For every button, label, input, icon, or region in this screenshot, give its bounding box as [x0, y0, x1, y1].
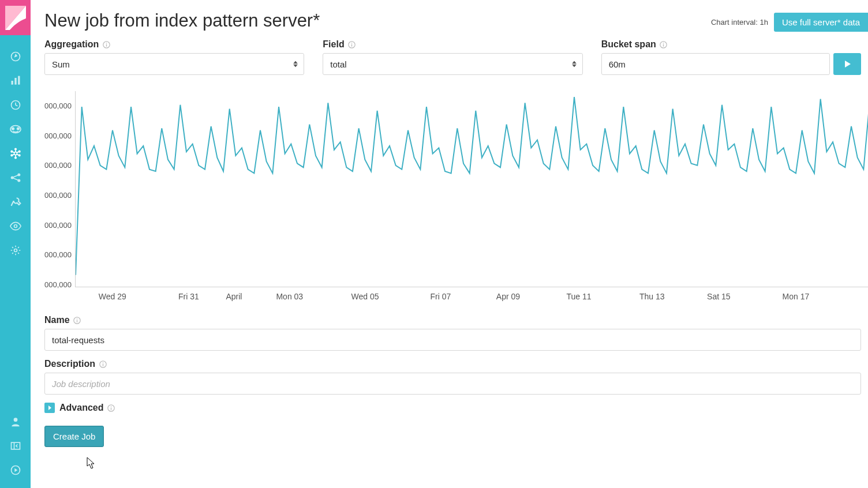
x-tick: Fri 07 [431, 292, 451, 301]
advanced-label: Advanced [59, 403, 115, 413]
selectors: Aggregation Sum Field tot [44, 39, 868, 75]
bucket-label: Bucket span [601, 39, 861, 50]
advanced-label-text: Advanced [59, 403, 103, 413]
name-input[interactable] [44, 329, 861, 351]
field-value: total [330, 59, 346, 69]
svg-rect-44 [351, 43, 352, 43]
nav-visualize-icon[interactable] [0, 69, 31, 93]
svg-rect-49 [663, 43, 664, 43]
description-input[interactable] [44, 373, 861, 395]
use-full-data-button[interactable]: Use full server* data [774, 13, 868, 32]
aggregation-value: Sum [52, 59, 70, 69]
aggregation-group: Aggregation Sum [44, 39, 304, 75]
svg-line-22 [12, 154, 14, 155]
x-tick: Thu 13 [639, 292, 665, 301]
advanced-row: Advanced [44, 403, 868, 413]
svg-marker-3 [14, 54, 17, 58]
svg-point-26 [18, 179, 20, 181]
svg-rect-59 [111, 407, 111, 410]
play-icon [843, 60, 851, 68]
svg-rect-39 [106, 43, 107, 43]
y-tick: 000,000 [44, 220, 72, 229]
info-icon[interactable] [660, 40, 668, 48]
bucket-group: Bucket span 60m [601, 39, 861, 75]
svg-rect-6 [18, 76, 20, 85]
svg-marker-41 [293, 65, 298, 67]
main: Chart interval: 1h Use full server* data… [31, 0, 868, 488]
x-tick: Mon 03 [276, 292, 303, 301]
bottom-icons [0, 410, 31, 488]
svg-marker-45 [572, 61, 577, 64]
select-caret-icon [293, 61, 298, 67]
nav-graph-icon[interactable] [0, 166, 31, 190]
svg-point-25 [18, 174, 20, 175]
y-tick: 000,000 [44, 191, 72, 200]
info-icon[interactable] [99, 360, 107, 368]
info-icon[interactable] [107, 404, 115, 412]
svg-line-20 [17, 154, 19, 155]
name-label: Name [44, 315, 861, 325]
nav-collapse-icon[interactable] [0, 434, 31, 458]
x-tick: Sat 15 [707, 292, 730, 301]
nav-discover-icon[interactable] [0, 44, 31, 69]
info-icon[interactable] [348, 40, 356, 48]
description-row: Description [44, 359, 868, 395]
svg-marker-40 [293, 61, 298, 64]
x-tick: April [226, 292, 242, 301]
chevron-right-icon [47, 406, 52, 410]
y-tick: 000,000 [44, 161, 72, 170]
bucket-input[interactable]: 60m [601, 53, 830, 75]
svg-rect-5 [14, 78, 16, 85]
nav-ml-icon[interactable] [0, 141, 31, 166]
chart: 000,000000,000000,000000,000000,000000,0… [44, 91, 868, 305]
svg-line-29 [11, 201, 13, 205]
run-button[interactable] [833, 53, 861, 75]
svg-point-9 [12, 127, 14, 130]
field-label-text: Field [323, 39, 344, 50]
nav-devtools-icon[interactable] [0, 190, 31, 214]
svg-point-10 [17, 127, 19, 130]
info-icon[interactable] [102, 40, 110, 48]
svg-point-24 [11, 177, 13, 178]
advanced-toggle[interactable] [44, 403, 55, 413]
info-icon[interactable] [73, 316, 81, 324]
nav-play-icon[interactable] [0, 458, 31, 482]
topbar: Chart interval: 1h Use full server* data [711, 13, 868, 32]
nav-timelion-icon[interactable] [0, 93, 31, 117]
nav-management-icon[interactable] [0, 238, 31, 262]
name-label-text: Name [44, 315, 70, 325]
select-caret-icon [572, 61, 577, 67]
svg-line-19 [17, 152, 19, 153]
nav-icons [0, 35, 31, 262]
bucket-value: 60m [609, 59, 626, 69]
nav-account-icon[interactable] [0, 410, 31, 434]
svg-rect-4 [11, 81, 13, 85]
svg-point-30 [14, 225, 17, 228]
bucket-label-text: Bucket span [601, 39, 656, 50]
svg-rect-60 [111, 406, 111, 407]
x-tick: Wed 05 [351, 292, 379, 301]
kibana-logo[interactable] [0, 0, 31, 35]
svg-rect-56 [102, 362, 103, 363]
field-label: Field [323, 39, 582, 50]
svg-rect-48 [663, 44, 664, 46]
x-tick: Wed 29 [99, 292, 126, 301]
field-select[interactable]: total [323, 53, 582, 75]
svg-rect-55 [102, 363, 103, 366]
svg-marker-36 [14, 468, 17, 472]
field-group: Field total [323, 39, 582, 75]
svg-line-23 [12, 152, 14, 153]
create-job-button[interactable]: Create Job [44, 426, 104, 447]
description-label-text: Description [44, 359, 95, 369]
svg-rect-53 [77, 318, 77, 319]
x-tick: Tue 11 [566, 292, 591, 301]
nav-dashboard-icon[interactable] [0, 117, 31, 141]
svg-line-27 [13, 175, 17, 177]
nav-monitoring-icon[interactable] [0, 214, 31, 238]
chart-interval-label: Chart interval: 1h [711, 18, 768, 27]
aggregation-select[interactable]: Sum [44, 53, 304, 75]
svg-point-31 [14, 249, 17, 252]
y-tick: 000,000 [44, 131, 72, 140]
sidebar [0, 0, 31, 488]
svg-marker-57 [48, 406, 51, 410]
